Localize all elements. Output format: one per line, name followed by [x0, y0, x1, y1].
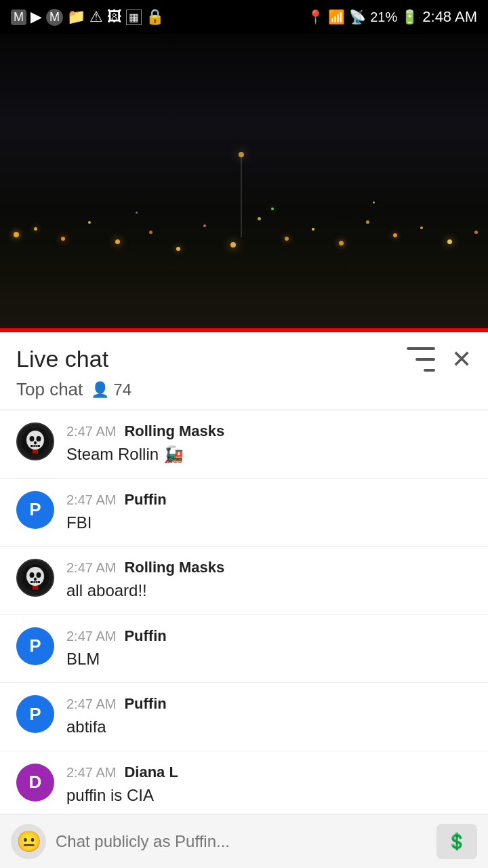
message-text: Steam Rollin 🚂	[66, 443, 472, 466]
message-author: Puffin	[124, 491, 166, 509]
message-text: all aboard!!	[66, 579, 472, 602]
location-icon: 📍	[307, 9, 324, 25]
icon-folder: 📁	[67, 8, 85, 26]
svg-point-14	[37, 572, 41, 578]
message-content: 2:47 AM Diana L puffin is CIA	[66, 764, 472, 807]
icon-lock: 🔒	[146, 8, 164, 26]
icon-m1: M	[11, 9, 26, 25]
battery-percent: 21%	[370, 9, 397, 25]
chat-message: P 2:47 AM Puffin BLM	[0, 615, 488, 684]
emoji-icon: 😐	[16, 829, 41, 853]
header-actions: ✕	[407, 347, 472, 372]
message-content: 2:47 AM Puffin FBI	[66, 491, 472, 534]
filter-icon-bar3	[424, 369, 435, 372]
message-time: 2:47 AM	[66, 629, 116, 644]
message-author: Rolling Masks	[124, 559, 224, 576]
status-time: 2:48 AM	[422, 8, 477, 26]
signal-icon: 📡	[349, 9, 366, 25]
message-time: 2:47 AM	[66, 696, 116, 712]
avatar: P	[16, 695, 54, 733]
message-author: Puffin	[124, 695, 166, 713]
person-icon: 👤	[91, 381, 109, 399]
svg-point-2	[30, 436, 35, 441]
message-meta: 2:47 AM Diana L	[66, 764, 472, 781]
livechat-container: Live chat ✕ Top chat 👤 74	[0, 332, 488, 868]
icon-image: 🖼	[107, 8, 122, 26]
message-meta: 2:47 AM Puffin	[66, 491, 472, 509]
filter-button[interactable]	[407, 347, 435, 372]
message-author: Diana L	[124, 764, 178, 781]
dollar-sign-icon: 💲	[447, 832, 467, 851]
message-time: 2:47 AM	[66, 765, 116, 781]
message-content: 2:47 AM Puffin BLM	[66, 627, 472, 671]
chat-header: Live chat ✕ Top chat 👤 74	[0, 332, 488, 410]
message-meta: 2:47 AM Puffin	[66, 695, 472, 713]
emoji-button[interactable]: 😐	[11, 824, 46, 859]
message-text: abtifa	[66, 715, 472, 738]
avatar	[16, 559, 54, 597]
chat-sub-header: Top chat 👤 74	[16, 379, 472, 410]
avatar: P	[16, 627, 54, 665]
message-time: 2:47 AM	[66, 424, 116, 439]
close-button[interactable]: ✕	[451, 347, 472, 372]
chat-header-top: Live chat ✕	[16, 346, 472, 372]
message-content: 2:47 AM Rolling Masks Steam Rollin 🚂	[66, 422, 472, 466]
message-text: puffin is CIA	[66, 784, 472, 807]
chat-input-bar: 😐 💲	[0, 814, 488, 868]
battery-icon: 🔋	[401, 9, 418, 25]
message-meta: 2:47 AM Rolling Masks	[66, 422, 472, 440]
icon-calendar: ▦	[126, 9, 142, 25]
avatar	[16, 422, 54, 460]
message-text: FBI	[66, 511, 472, 534]
live-chat-title: Live chat	[16, 346, 108, 372]
viewers-count: 👤 74	[91, 380, 131, 399]
top-chat-label: Top chat	[16, 379, 83, 400]
chat-message: P 2:47 AM Puffin FBI	[0, 479, 488, 547]
svg-point-3	[37, 436, 41, 441]
avatar: P	[16, 491, 54, 529]
message-author: Puffin	[124, 627, 166, 645]
message-time: 2:47 AM	[66, 560, 116, 576]
svg-point-4	[34, 441, 37, 445]
message-author: Rolling Masks	[124, 422, 224, 440]
viewers-number: 74	[113, 380, 131, 399]
avatar: D	[16, 764, 54, 802]
super-chat-button[interactable]: 💲	[436, 824, 477, 859]
filter-icon-bar1	[407, 347, 435, 350]
video-red-bar	[0, 328, 488, 332]
chat-message: P 2:47 AM Puffin abtifa	[0, 683, 488, 751]
wifi-icon: 📶	[328, 9, 345, 25]
video-player[interactable]	[0, 34, 488, 332]
chat-messages: 2:47 AM Rolling Masks Steam Rollin 🚂 P 2…	[0, 410, 488, 868]
icon-m2: M	[46, 9, 63, 26]
chat-message: 2:47 AM Rolling Masks Steam Rollin 🚂	[0, 410, 488, 479]
svg-point-15	[34, 578, 37, 581]
status-bar: M ▶ M 📁 ⚠ 🖼 ▦ 🔒 📍 📶 📡 21% 🔋 2:48 AM	[0, 0, 488, 34]
message-text: BLM	[66, 648, 472, 671]
status-icons-left: M ▶ M 📁 ⚠ 🖼 ▦ 🔒	[11, 8, 164, 26]
icon-warning: ⚠	[89, 8, 103, 26]
icon-youtube: ▶	[30, 8, 42, 26]
message-meta: 2:47 AM Rolling Masks	[66, 559, 472, 576]
filter-icon-bar2	[415, 358, 435, 361]
message-content: 2:47 AM Rolling Masks all aboard!!	[66, 559, 472, 602]
status-icons-right: 📍 📶 📡 21% 🔋 2:48 AM	[307, 8, 477, 26]
chat-message: D 2:47 AM Diana L puffin is CIA	[0, 751, 488, 820]
message-content: 2:47 AM Puffin abtifa	[66, 695, 472, 738]
chat-input-field[interactable]	[56, 824, 427, 859]
chat-message: 2:47 AM Rolling Masks all aboard!!	[0, 547, 488, 615]
message-meta: 2:47 AM Puffin	[66, 627, 472, 645]
message-time: 2:47 AM	[66, 492, 116, 508]
svg-point-13	[30, 572, 35, 578]
